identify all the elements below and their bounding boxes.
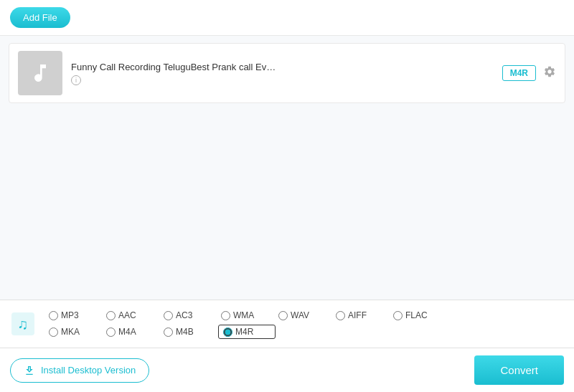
- format-option-mka[interactable]: MKA: [46, 325, 103, 339]
- format-radio-mp3[interactable]: [49, 311, 58, 320]
- file-meta: i: [71, 75, 494, 85]
- format-radio-aac[interactable]: [106, 311, 116, 320]
- format-row-1: MP3 AAC AC3 WMA WAV AIFF: [46, 309, 564, 322]
- format-option-m4b[interactable]: M4B: [161, 325, 218, 339]
- format-option-aiff[interactable]: AIFF: [333, 309, 390, 322]
- format-option-wav[interactable]: WAV: [276, 309, 333, 322]
- file-name: Funny Call Recording TeluguBest Prank ca…: [71, 62, 494, 72]
- format-label-ac3: AC3: [176, 310, 192, 320]
- format-radio-m4r[interactable]: [223, 328, 232, 337]
- format-radio-m4a[interactable]: [106, 328, 116, 337]
- format-option-mp3[interactable]: MP3: [46, 309, 103, 322]
- settings-icon[interactable]: [543, 65, 556, 81]
- format-label-wma: WMA: [233, 310, 254, 320]
- format-label-flac: FLAC: [405, 310, 428, 320]
- add-file-button[interactable]: Add File: [10, 7, 70, 28]
- download-icon: [24, 365, 35, 376]
- install-label: Install Desktop Version: [41, 365, 136, 376]
- format-label-mka: MKA: [61, 327, 80, 337]
- format-radio-ac3[interactable]: [164, 311, 173, 320]
- format-option-ac3[interactable]: AC3: [161, 309, 218, 322]
- file-list-area: Funny Call Recording TeluguBest Prank ca…: [0, 36, 574, 300]
- format-label-m4r: M4R: [235, 327, 253, 337]
- format-options: MP3 AAC AC3 WMA WAV AIFF: [46, 309, 564, 339]
- format-radio-m4b[interactable]: [164, 328, 173, 337]
- music-note-icon: [29, 62, 52, 85]
- format-option-wma[interactable]: WMA: [218, 309, 276, 322]
- format-radio-wav[interactable]: [278, 311, 288, 320]
- format-row-2: MKA M4A M4B M4R: [46, 325, 564, 339]
- format-badge[interactable]: M4R: [502, 65, 536, 81]
- audio-format-icon: ♫: [10, 311, 36, 337]
- top-bar: Add File: [0, 0, 574, 36]
- format-radio-wma[interactable]: [221, 311, 230, 320]
- format-option-m4a[interactable]: M4A: [103, 325, 161, 339]
- format-option-aac[interactable]: AAC: [103, 309, 161, 322]
- format-label-m4a: M4A: [118, 327, 136, 337]
- convert-button[interactable]: Convert: [474, 355, 564, 385]
- format-label-aac: AAC: [118, 310, 136, 320]
- info-icon[interactable]: i: [71, 75, 81, 85]
- format-radio-mka[interactable]: [49, 328, 58, 337]
- svg-text:♫: ♫: [18, 316, 29, 332]
- format-option-flac[interactable]: FLAC: [390, 309, 448, 322]
- file-actions: M4R: [502, 65, 556, 81]
- format-label-aiff: AIFF: [348, 310, 367, 320]
- file-thumbnail: [18, 51, 62, 95]
- bottom-bar: Install Desktop Version Convert: [0, 348, 574, 392]
- format-label-wav: WAV: [291, 310, 309, 320]
- file-info: Funny Call Recording TeluguBest Prank ca…: [71, 62, 494, 85]
- gear-svg: [543, 65, 556, 78]
- format-label-m4b: M4B: [176, 327, 194, 337]
- format-option-m4r[interactable]: M4R: [218, 325, 276, 339]
- format-bar: ♫ MP3 AAC AC3 WMA WAV: [0, 300, 574, 348]
- audio-icon-svg: ♫: [10, 311, 36, 337]
- install-desktop-button[interactable]: Install Desktop Version: [10, 358, 149, 383]
- format-radio-flac[interactable]: [393, 311, 403, 320]
- file-item: Funny Call Recording TeluguBest Prank ca…: [9, 43, 565, 103]
- format-radio-aiff[interactable]: [336, 311, 345, 320]
- format-label-mp3: MP3: [61, 310, 79, 320]
